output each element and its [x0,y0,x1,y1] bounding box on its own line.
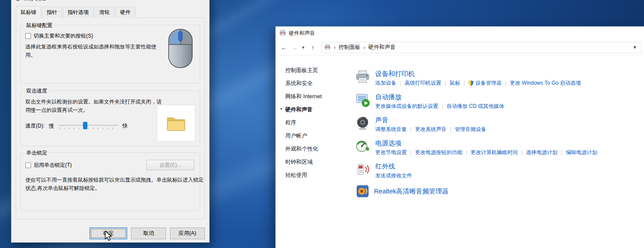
sidebar-item-programs[interactable]: 程序 [285,119,354,127]
link-autoplay-cd-media[interactable]: 自动播放 CD 或其他媒体 [447,103,504,110]
link-divider [442,104,443,109]
category-title-realtek[interactable]: Realtek高清晰音频管理器 [374,187,449,196]
link-divider [561,150,562,155]
category-title-infrared[interactable]: 红外线 [375,162,412,171]
link-divider [445,81,446,86]
category-title-power-options[interactable]: 电源选项 [375,139,597,148]
category-sound: 声音 调整系统音量 更改系统声音 管理音频设备 [355,116,644,133]
slow-label: 慢 [49,122,54,130]
click-lock-label: 启用单击锁定(T) [34,162,72,169]
category-title-sound[interactable]: 声音 [375,116,486,124]
sidebar-item-network-internet[interactable]: 网络和 Internet [285,93,354,100]
link-change-system-sounds[interactable]: 更改系统声音 [415,126,447,133]
link-advanced-printer-settings[interactable]: 高级打印机设置 [405,79,441,87]
group-click-lock: 单击锁定 启用单击锁定(T) 设置(E)... 使你可以不用一直按着鼠标按钮就可… [21,152,200,211]
sidebar-item-user-accounts[interactable]: 用户帐户 [285,132,354,140]
window-title: 硬件和声音 [289,30,315,37]
category-power-options: 电源选项 更改节电设置 更改电源按钮的功能 更改计算机睡眠时间 选择电源计划 编… [355,139,644,156]
tab-pointers[interactable]: 指针 [42,7,62,18]
group-double-click-speed: 双击速度 双击文件夹以检测你的设置。如果文件夹没打开或关闭，请用慢一点的设置再试… [21,90,200,146]
link-divider [522,150,522,155]
group-button-config: 鼠标键配置 切换主要和次要的按钮(S) 选择此复选框来将右按钮设成如选择和拖放等… [21,25,200,83]
folder-icon [166,115,186,131]
category-title-devices-printers[interactable]: 设备和打印机 [375,70,581,78]
current-page-bullet: • [280,106,282,111]
link-edit-power-plan[interactable]: 编辑电源计划 [566,149,597,156]
click-lock-settings-button[interactable]: 设置(E)... [146,160,194,170]
dialog-titlebar: 鼠标 属性 ✕ [11,0,209,5]
ok-button[interactable]: 确定 [90,227,127,239]
click-lock-checkbox[interactable] [25,162,31,168]
tab-mouse-buttons[interactable]: 鼠标键 [16,6,41,17]
link-choose-power-plan[interactable]: 选择电源计划 [526,149,557,156]
link-change-power-saving-settings[interactable]: 更改节电设置 [375,149,407,156]
sidebar-item-ease-of-access[interactable]: 轻松使用 [285,172,354,179]
sidebar-item-hardware-sound[interactable]: •硬件和声音 [285,106,354,114]
link-divider [506,81,506,86]
group-double-click-title: 双击速度 [24,87,49,95]
forward-icon[interactable]: → [290,42,299,53]
link-divider [466,150,467,155]
mouse-properties-dialog: 鼠标 属性 ✕ 鼠标键 指针 指针选项 滑轮 硬件 鼠标键配置 切换主要和次要的… [11,0,210,243]
double-click-test-area[interactable] [157,105,195,141]
speaker-icon [355,116,370,131]
mouse-illustration [167,28,194,70]
cancel-button[interactable]: 取消 [131,227,166,239]
link-divider [450,127,451,132]
breadcrumb-control-panel[interactable]: 控制面板 [339,44,360,51]
category-title-autoplay[interactable]: 自动播放 [375,93,504,101]
dialog-buttons: 确定 取消 应用(A) [11,227,209,239]
link-power-button-function[interactable]: 更改电源按钮的功能 [415,149,462,156]
address-bar[interactable]: › 控制面板 › 硬件和声音 ▼ [321,42,642,53]
sidebar-item-clock-region[interactable]: 时钟和区域 [285,158,354,166]
slider-thumb[interactable] [83,122,87,129]
tab-hardware[interactable]: 硬件 [115,7,135,18]
control-panel-body: 控制面板主页 系统和安全 网络和 Internet •硬件和声音 程序 用户帐户… [276,55,644,248]
group-click-lock-title: 单击锁定 [24,149,49,157]
control-panel-window: 硬件和声音 ← → ▼ ↑ › 控制面板 › 硬件和声音 ▼ 控制面板主页 系统… [275,26,644,248]
link-divider [411,150,411,155]
link-change-sleep-time[interactable]: 更改计算机睡眠时间 [471,149,518,156]
speed-slider[interactable] [59,121,118,131]
switch-buttons-checkbox[interactable] [25,33,31,39]
link-device-manager[interactable]: 设备管理器 [475,79,502,87]
button-config-description: 选择此复选框来将右按钮设成如选择和拖放等主要性能使用。 [25,43,157,59]
category-infrared: 红外线 发送或接收文件 [355,162,644,179]
sidebar-item-appearance-personalization[interactable]: 外观和个性化 [285,145,354,153]
autoplay-icon [355,93,370,107]
link-change-default-media-settings[interactable]: 更改媒体或设备的默认设置 [375,103,438,110]
slider-ticks [59,127,117,129]
sidebar-item-system-security[interactable]: 系统和安全 [285,80,354,87]
sidebar: 控制面板主页 系统和安全 网络和 Internet •硬件和声音 程序 用户帐户… [276,55,354,248]
dialog-title: 鼠标 属性 [24,0,46,2]
close-icon[interactable]: ✕ [190,0,209,5]
sidebar-item-home[interactable]: 控制面板主页 [285,67,354,74]
link-add-device[interactable]: 添加设备 [375,79,396,87]
category-autoplay: 自动播放 更改媒体或设备的默认设置 自动播放 CD 或其他媒体 [355,93,644,110]
autoplay-links: 更改媒体或设备的默认设置 自动播放 CD 或其他媒体 [375,103,504,110]
slider-track[interactable] [59,125,118,126]
window-icon [279,29,286,38]
recent-pages-chevron-icon[interactable]: ▼ [300,42,306,53]
back-icon[interactable]: ← [279,42,289,53]
address-dropdown-icon[interactable]: ▼ [631,45,639,50]
link-windows-to-go-options[interactable]: 更改 Windows To Go 启动选项 [510,79,581,87]
apply-button[interactable]: 应用(A) [170,227,205,239]
link-mouse[interactable]: 鼠标 [450,79,460,87]
up-icon[interactable]: ↑ [308,42,318,53]
speed-label: 速度(D): [25,122,45,130]
breadcrumb-hardware-sound[interactable]: 硬件和声音 [368,44,396,51]
link-manage-audio-devices[interactable]: 管理音频设备 [455,126,486,133]
power-options-links: 更改节电设置 更改电源按钮的功能 更改计算机睡眠时间 选择电源计划 编辑电源计划 [375,149,597,156]
tab-pointer-options[interactable]: 指针选项 [63,7,93,18]
link-divider [400,81,401,86]
printer-icon [355,69,370,84]
mouse-dialog-icon [15,0,21,1]
realtek-audio-icon [357,185,369,197]
link-adjust-system-volume[interactable]: 调整系统音量 [375,126,407,133]
link-send-receive-files[interactable]: 发送或接收文件 [375,172,412,179]
breadcrumb-chevron-icon: › [364,45,365,51]
window-titlebar: 硬件和声音 [276,27,644,40]
navigation-toolbar: ← → ▼ ↑ › 控制面板 › 硬件和声音 ▼ [276,40,644,55]
tab-wheel[interactable]: 滑轮 [94,7,114,18]
